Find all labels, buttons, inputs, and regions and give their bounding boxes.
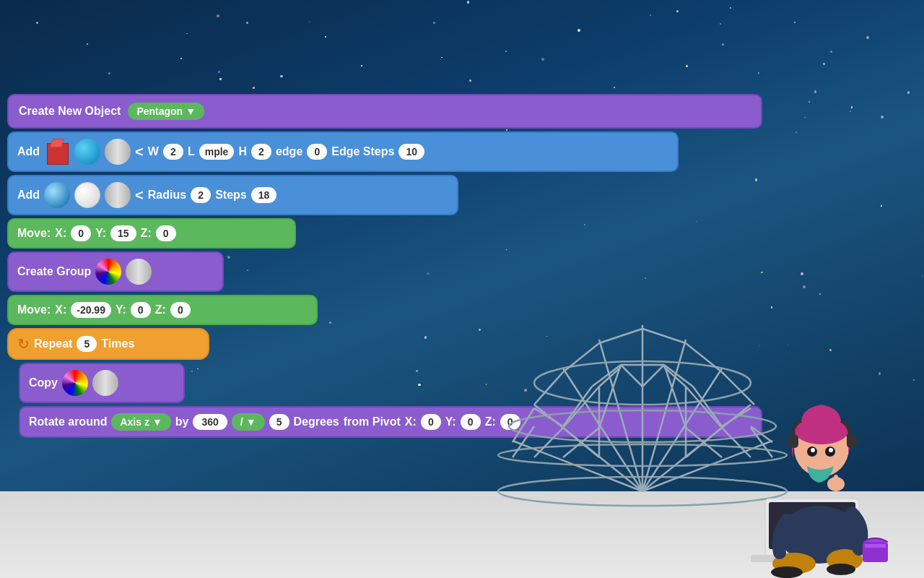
- edge-value[interactable]: 0: [307, 144, 327, 160]
- star: [850, 111, 851, 112]
- svg-point-53: [827, 564, 855, 575]
- svg-line-26: [513, 408, 534, 442]
- cylinder-icon-4[interactable]: [92, 370, 118, 396]
- y-value-r[interactable]: 0: [461, 414, 481, 430]
- svg-line-14: [599, 329, 642, 343]
- z-value-1[interactable]: 0: [156, 225, 176, 241]
- w-label: W: [148, 145, 159, 158]
- z-label-2: Z:: [155, 303, 166, 316]
- create-group-label: Create Group: [17, 265, 91, 278]
- shape-dropdown[interactable]: Pentagon ▼: [128, 103, 204, 120]
- star: [246, 22, 248, 24]
- star: [676, 10, 679, 12]
- move-label-2: Move:: [17, 303, 51, 316]
- steps-label: Steps: [215, 189, 247, 202]
- star: [803, 285, 806, 288]
- star: [823, 63, 825, 65]
- star: [881, 116, 884, 118]
- star: [796, 131, 797, 133]
- repeat-label: Repeat: [34, 337, 72, 350]
- svg-rect-62: [788, 435, 798, 448]
- star: [108, 72, 110, 74]
- svg-line-13: [563, 343, 599, 372]
- sphere-face-icon[interactable]: [44, 182, 70, 208]
- sphere-white-icon[interactable]: [74, 182, 100, 208]
- repeat-row: ↻ Repeat 5 Times: [7, 328, 209, 360]
- svg-line-2: [563, 368, 642, 491]
- star: [578, 29, 580, 32]
- star: [87, 43, 88, 45]
- degrees-label: Degrees: [294, 415, 339, 428]
- axis-dropdown[interactable]: Axis z ▼: [111, 413, 170, 431]
- star: [217, 14, 219, 17]
- edge-label: edge: [276, 145, 302, 158]
- star: [819, 293, 821, 295]
- divider-label: /: [240, 416, 243, 428]
- star: [441, 57, 443, 59]
- add-label-1: Add: [17, 145, 40, 158]
- edge-steps-value[interactable]: 10: [398, 144, 424, 160]
- star: [801, 272, 803, 275]
- star: [218, 71, 219, 72]
- rotate-steps-value[interactable]: 5: [269, 414, 289, 430]
- axis-label: Axis z: [120, 416, 149, 428]
- y-label-1: Y:: [95, 227, 106, 240]
- svg-point-61: [829, 448, 833, 452]
- rainbow-icon-1[interactable]: [95, 259, 121, 285]
- star: [36, 22, 38, 24]
- star: [650, 14, 651, 16]
- divider-dropdown[interactable]: / ▼: [232, 413, 265, 431]
- chevron-1[interactable]: <: [135, 144, 144, 160]
- rainbow-icon-2[interactable]: [62, 370, 88, 396]
- star: [722, 43, 724, 46]
- axis-dropdown-arrow: ▼: [152, 416, 162, 428]
- edge-steps-label: Edge Steps: [331, 145, 394, 158]
- star: [541, 58, 544, 61]
- star: [730, 7, 731, 9]
- sphere-icon-1[interactable]: [74, 139, 100, 165]
- star: [866, 36, 869, 39]
- x-value-2[interactable]: -20.99: [71, 302, 111, 318]
- create-new-object-label: Create New Object: [19, 105, 121, 118]
- star: [186, 33, 188, 35]
- create-new-object-block: Create New Object Pentagon ▼: [7, 94, 762, 129]
- cylinder-icon-2[interactable]: [105, 182, 131, 208]
- star: [794, 22, 796, 23]
- cube-icon[interactable]: [44, 139, 70, 165]
- x-label-1: X:: [55, 227, 66, 240]
- w-value[interactable]: 2: [163, 144, 183, 160]
- svg-line-15: [642, 329, 686, 343]
- chevron-2[interactable]: <: [135, 187, 144, 204]
- h-value[interactable]: 2: [251, 144, 271, 160]
- z-value-2[interactable]: 0: [170, 302, 191, 318]
- svg-point-60: [811, 448, 815, 452]
- radius-label: Radius: [148, 189, 186, 202]
- star: [469, 79, 471, 82]
- svg-rect-63: [847, 435, 857, 448]
- star: [505, 51, 507, 52]
- move-row-1: Move: X: 0 Y: 15 Z: 0: [7, 218, 296, 249]
- y-value-1[interactable]: 15: [110, 225, 136, 241]
- create-group-row: Create Group: [7, 251, 224, 292]
- add-row-2: Add < Radius 2 Steps 18: [7, 175, 458, 215]
- x-value-r[interactable]: 0: [421, 414, 441, 430]
- star: [758, 72, 759, 74]
- y-label-r: Y:: [445, 415, 456, 428]
- star: [467, 1, 470, 4]
- star: [720, 23, 720, 24]
- copy-label: Copy: [29, 376, 58, 389]
- star: [309, 22, 310, 22]
- repeat-times-value[interactable]: 5: [77, 336, 97, 352]
- steps-value[interactable]: 18: [251, 187, 277, 203]
- star: [851, 106, 853, 108]
- shape-label: Pentagon: [136, 105, 183, 117]
- radius-value[interactable]: 2: [191, 187, 211, 203]
- cylinder-icon-1[interactable]: [105, 139, 131, 165]
- y-value-2[interactable]: 0: [131, 302, 151, 318]
- x-value-1[interactable]: 0: [71, 225, 91, 241]
- move-row-2: Move: X: -20.99 Y: 0 Z: 0: [7, 295, 318, 325]
- cylinder-icon-3[interactable]: [126, 259, 152, 285]
- degrees-value[interactable]: 360: [193, 414, 227, 430]
- l-value[interactable]: mple: [199, 144, 235, 160]
- star: [814, 90, 816, 92]
